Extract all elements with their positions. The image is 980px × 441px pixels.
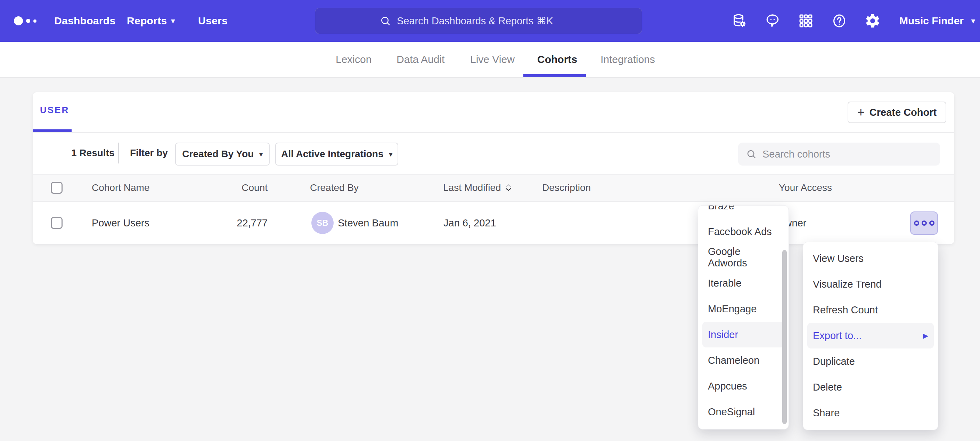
submenu-arrow-icon: ▶ (923, 331, 928, 340)
column-header-last-modified[interactable]: Last Modified (443, 174, 512, 201)
menu-item-visualize-trend[interactable]: Visualize Trend (807, 271, 934, 297)
menu-item-onesignal[interactable]: OneSignal (702, 399, 784, 425)
menu-item-label: Share (813, 407, 840, 419)
tab-user-cohorts[interactable]: USER (40, 105, 69, 115)
column-header-cohort-name[interactable]: Cohort Name (92, 174, 150, 201)
created-by-filter-dropdown[interactable]: Created By You ▾ (175, 142, 270, 166)
feedback-icon[interactable] (765, 13, 781, 29)
search-icon (746, 149, 757, 160)
project-switcher[interactable]: Music Finder ▾ (899, 0, 975, 42)
tab-cohorts[interactable]: Cohorts (537, 42, 577, 77)
cohort-search-input[interactable] (762, 149, 929, 160)
settings-icon[interactable] (865, 13, 881, 29)
export-targets-list: Braze Facebook Ads Google Adwords Iterab… (698, 205, 789, 425)
cohort-count: 22,777 (227, 202, 267, 244)
row-actions-menu: View Users Visualize Trend Refresh Count… (803, 242, 938, 430)
menu-item-export-to[interactable]: Export to... ▶ (807, 323, 934, 348)
cohort-name-link[interactable]: Power Users (92, 202, 150, 244)
brand-logo-icon[interactable] (14, 0, 37, 42)
row-more-actions-button[interactable] (910, 211, 938, 235)
cohort-search-bar[interactable] (738, 142, 940, 166)
integrations-filter-value: All Active Integrations (281, 149, 383, 160)
menu-item-chameleon[interactable]: Chameleon (702, 347, 784, 373)
nav-item-users[interactable]: Users (198, 0, 228, 42)
menu-item-duplicate[interactable]: Duplicate (807, 348, 934, 374)
cohorts-panel: USER + Create Cohort 1 Results Filter by… (33, 92, 954, 244)
table-row: Power Users 22,777 SB Steven Baum Jan 6,… (33, 202, 954, 244)
user-tab-underline (33, 129, 72, 132)
avatar: SB (311, 212, 334, 234)
navbar-icon-group (731, 0, 881, 42)
menu-item-label: Visualize Trend (813, 279, 881, 290)
vertical-divider (118, 142, 119, 163)
menu-item-braze[interactable]: Braze (702, 205, 784, 219)
select-all-checkbox[interactable] (51, 182, 62, 194)
menu-item-label: Duplicate (813, 356, 855, 367)
created-by-filter-value: Created By You (182, 149, 254, 160)
top-navbar: Dashboards Reports ▾ Users (0, 0, 980, 42)
nav-item-dashboards[interactable]: Dashboards (54, 0, 115, 42)
logo-dot-medium (26, 19, 30, 23)
chevron-down-icon: ▾ (389, 150, 393, 158)
menu-item-view-users[interactable]: View Users (807, 246, 934, 271)
menu-item-facebook-ads[interactable]: Facebook Ads (702, 219, 784, 244)
global-search-input[interactable] (397, 15, 578, 27)
menu-item-label: Export to... (813, 330, 862, 342)
tab-data-audit[interactable]: Data Audit (396, 42, 444, 77)
menu-scrollbar[interactable] (782, 250, 787, 424)
nav-item-label: Reports (127, 0, 167, 42)
tab-live-view[interactable]: Live View (470, 42, 515, 77)
global-search-bar[interactable] (315, 8, 642, 34)
menu-item-iterable[interactable]: Iterable (702, 270, 784, 296)
menu-item-label: Delete (813, 382, 842, 393)
sort-icon (504, 183, 512, 192)
chevron-down-icon: ▾ (259, 150, 263, 158)
nav-item-label: Dashboards (54, 0, 115, 42)
menu-item-share[interactable]: Share (807, 400, 934, 426)
help-icon[interactable] (831, 13, 847, 29)
tab-integrations[interactable]: Integrations (600, 42, 655, 77)
chevron-down-icon: ▾ (171, 0, 175, 42)
column-header-count[interactable]: Count (227, 174, 267, 201)
section-tabs: Lexicon Data Audit Live View Cohorts Int… (0, 42, 980, 78)
table-header: Cohort Name Count Created By Last Modifi… (33, 174, 954, 202)
row-checkbox[interactable] (51, 217, 62, 229)
active-tab-underline (523, 74, 586, 77)
row-actions-list: View Users Visualize Trend Refresh Count… (803, 246, 938, 426)
column-header-created-by[interactable]: Created By (310, 174, 359, 201)
menu-item-moengage[interactable]: MoEngage (702, 296, 784, 322)
results-count: 1 Results (71, 132, 115, 174)
chevron-down-icon: ▾ (971, 0, 975, 42)
data-settings-icon[interactable] (731, 13, 747, 29)
nav-item-label: Users (198, 0, 228, 42)
nav-item-reports[interactable]: Reports ▾ (127, 0, 175, 42)
filter-by-label: Filter by (130, 132, 168, 174)
integrations-filter-dropdown[interactable]: All Active Integrations ▾ (275, 142, 398, 166)
more-dot-icon (922, 220, 927, 226)
last-modified-label: Last Modified (443, 174, 501, 201)
menu-item-label: View Users (813, 253, 864, 264)
more-dot-icon (929, 220, 934, 226)
create-cohort-label: Create Cohort (870, 107, 937, 118)
logo-dot-large (14, 16, 23, 26)
tab-lexicon[interactable]: Lexicon (336, 42, 372, 77)
column-header-your-access[interactable]: Your Access (779, 174, 832, 201)
create-cohort-button[interactable]: + Create Cohort (848, 102, 946, 123)
tabstrip-divider (33, 132, 954, 133)
created-by-name: Steven Baum (338, 202, 398, 244)
menu-item-delete[interactable]: Delete (807, 374, 934, 400)
more-dot-icon (914, 220, 919, 226)
menu-item-google-adwords[interactable]: Google Adwords (702, 244, 784, 270)
menu-item-insider[interactable]: Insider (702, 322, 784, 347)
menu-item-label: Refresh Count (813, 304, 878, 316)
menu-item-appcues[interactable]: Appcues (702, 373, 784, 399)
last-modified-date: Jan 6, 2021 (444, 202, 496, 244)
logo-dot-small (33, 19, 37, 22)
column-header-description[interactable]: Description (542, 174, 591, 201)
search-icon (380, 15, 391, 27)
project-name: Music Finder (899, 0, 964, 42)
plus-icon: + (858, 106, 865, 118)
export-targets-menu: Braze Facebook Ads Google Adwords Iterab… (698, 205, 789, 430)
menu-item-refresh-count[interactable]: Refresh Count (807, 297, 934, 323)
apps-grid-icon[interactable] (798, 13, 814, 29)
